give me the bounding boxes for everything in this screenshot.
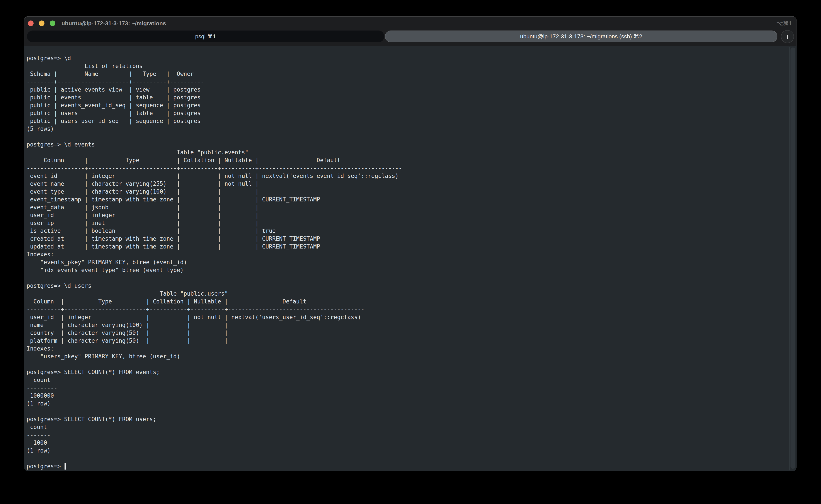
- terminal-line: List of relations: [27, 62, 402, 70]
- terminal-line: user_ip | inet | | |: [27, 219, 402, 227]
- terminal-line: name | character varying(100) | | |: [27, 321, 402, 329]
- terminal-line: postgres=> SELECT COUNT(*) FROM users;: [27, 415, 402, 423]
- terminal-line: 1000: [27, 439, 402, 447]
- terminal-line: public | events_event_id_seq | sequence …: [27, 102, 402, 109]
- terminal-line: [27, 455, 402, 463]
- terminal-line: "events_pkey" PRIMARY KEY, btree (event_…: [27, 259, 402, 266]
- terminal-text: postgres=> \d List of relations Schema |…: [27, 54, 402, 470]
- terminal-line: Schema | Name | Type | Owner: [27, 70, 402, 78]
- scrollbar-track: [789, 47, 790, 470]
- terminal-line: is_active | boolean | | | true: [27, 227, 402, 235]
- titlebar[interactable]: ubuntu@ip-172-31-3-173: ~/migrations ⌥⌘1: [24, 16, 797, 31]
- terminal-line: "users_pkey" PRIMARY KEY, btree (user_id…: [27, 353, 402, 361]
- terminal-line: Indexes:: [27, 251, 402, 259]
- terminal[interactable]: postgres=> \d List of relations Schema |…: [24, 46, 797, 471]
- terminal-line: event_type | character varying(100) | | …: [27, 188, 402, 196]
- terminal-line: event_id | integer | | not null | nextva…: [27, 172, 402, 180]
- terminal-line: country | character varying(50) | | |: [27, 329, 402, 337]
- terminal-line: postgres=> \d events: [27, 141, 402, 149]
- terminal-line: (1 row): [27, 447, 402, 455]
- tab-psql-label: psql ⌘1: [195, 33, 216, 40]
- terminal-line: -------: [27, 431, 402, 439]
- tab-bar: psql ⌘1 ubuntu@ip-172-31-3-173: ~/migrat…: [24, 31, 797, 46]
- terminal-line: event_data | jsonb | | |: [27, 204, 402, 211]
- close-button[interactable]: [28, 20, 34, 26]
- terminal-line: postgres=> SELECT COUNT(*) FROM events;: [27, 368, 402, 376]
- terminal-line: Table "public.events": [27, 149, 402, 157]
- terminal-line: [27, 274, 402, 282]
- terminal-line: public | events | table | postgres: [27, 94, 402, 102]
- terminal-line: (5 rows): [27, 125, 402, 133]
- traffic-lights: [28, 20, 55, 26]
- terminal-line: postgres=>: [27, 463, 402, 470]
- text-cursor: [65, 463, 66, 470]
- terminal-line: [27, 133, 402, 141]
- terminal-line: ---------: [27, 384, 402, 392]
- terminal-line: public | users | table | postgres: [27, 109, 402, 117]
- terminal-line: public | users_user_id_seq | sequence | …: [27, 117, 402, 125]
- terminal-line: event_name | character varying(255) | | …: [27, 180, 402, 188]
- terminal-line: public | active_events_view | view | pos…: [27, 86, 402, 94]
- terminal-line: [27, 361, 402, 368]
- terminal-line: postgres=> \d users: [27, 282, 402, 290]
- terminal-line: count: [27, 376, 402, 384]
- terminal-line: --------+---------------------+---------…: [27, 78, 402, 86]
- minimize-button[interactable]: [39, 20, 44, 26]
- window-shortcut-badge: ⌥⌘1: [777, 16, 792, 31]
- terminal-line: Column | Type | Collation | Nullable | D…: [27, 298, 402, 306]
- terminal-line: (1 row): [27, 400, 402, 408]
- terminal-line: postgres=> \d: [27, 54, 402, 62]
- terminal-line: updated_at | timestamp with time zone | …: [27, 243, 402, 251]
- zoom-button[interactable]: [50, 20, 55, 26]
- tab-psql[interactable]: psql ⌘1: [27, 31, 384, 42]
- terminal-window: ubuntu@ip-172-31-3-173: ~/migrations ⌥⌘1…: [24, 16, 797, 471]
- terminal-line: -----------------+----------------------…: [27, 164, 402, 172]
- terminal-line: user_id | integer | | not null | nextval…: [27, 313, 402, 321]
- terminal-line: created_at | timestamp with time zone | …: [27, 235, 402, 243]
- terminal-line: platform | character varying(50) | | |: [27, 337, 402, 345]
- terminal-line: event_timestamp | timestamp with time zo…: [27, 196, 402, 204]
- terminal-line: 1000000: [27, 392, 402, 400]
- terminal-line: ----------+------------------------+----…: [27, 306, 402, 313]
- terminal-line: "idx_events_event_type" btree (event_typ…: [27, 266, 402, 274]
- window-title: ubuntu@ip-172-31-3-173: ~/migrations: [61, 16, 166, 31]
- tab-ssh[interactable]: ubuntu@ip-172-31-3-173: ~/migrations (ss…: [385, 31, 777, 42]
- desktop: ubuntu@ip-172-31-3-173: ~/migrations ⌥⌘1…: [0, 0, 821, 504]
- scrollbar-thumb[interactable]: [790, 48, 795, 469]
- terminal-line: user_id | integer | | |: [27, 211, 402, 219]
- terminal-line: Column | Type | Collation | Nullable | D…: [27, 157, 402, 164]
- terminal-line: Table "public.users": [27, 290, 402, 298]
- new-tab-button[interactable]: +: [781, 30, 794, 43]
- terminal-line: Indexes:: [27, 345, 402, 353]
- terminal-line: count: [27, 423, 402, 431]
- tab-ssh-label: ubuntu@ip-172-31-3-173: ~/migrations (ss…: [520, 33, 642, 40]
- terminal-line: [27, 408, 402, 415]
